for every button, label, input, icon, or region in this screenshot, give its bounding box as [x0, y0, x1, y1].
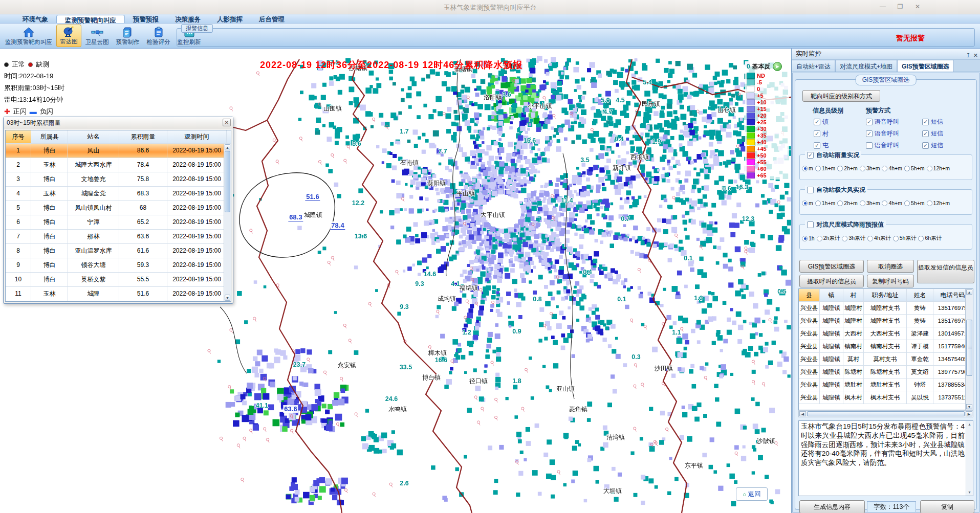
scroll-up-icon[interactable]: ▲: [967, 421, 972, 427]
tab-自动站+雷达[interactable]: 自动站+雷达: [792, 60, 835, 72]
radio-dot[interactable]: [927, 166, 932, 171]
menu-tab-决策服务[interactable]: 决策服务: [167, 14, 209, 23]
radio-option-1h+m[interactable]: 1h+m: [815, 200, 836, 206]
rain-table-close-icon[interactable]: ✕: [223, 119, 231, 126]
radar-map[interactable]: 2022-08-19 12时36分至2022-08-19 12时46分累积降水预…: [0, 49, 791, 513]
radio-dot[interactable]: [815, 200, 821, 206]
checkbox[interactable]: [814, 119, 820, 125]
radio-dot[interactable]: [904, 200, 910, 206]
rain-table-scrollbar[interactable]: ▲ ▼: [224, 144, 231, 301]
table-row[interactable]: 6博白宁潭65.22022-08-19 15:00: [6, 215, 231, 230]
tool-预警制作[interactable]: 预警制作: [113, 26, 143, 47]
column-header-姓名[interactable]: 姓名: [907, 289, 933, 301]
checkbox-sms[interactable]: 短信: [922, 141, 943, 150]
radio-option-3h累计[interactable]: 3h累计: [842, 235, 865, 242]
checkbox[interactable]: [922, 130, 929, 137]
scroll-down-icon[interactable]: ▼: [967, 489, 972, 495]
contact-row[interactable]: 兴业县城隍镇城隍村城隍村支书黄铸135176975: [799, 315, 973, 327]
checkbox[interactable]: [866, 142, 873, 149]
table-row[interactable]: 11玉林城隍51.62022-08-19 15:00: [6, 287, 231, 301]
level-method-button[interactable]: 靶向叫应的级别和方式: [802, 90, 880, 102]
tool-检验评分[interactable]: 检验评分: [144, 26, 173, 47]
section-checkbox[interactable]: [807, 187, 814, 193]
radio-dot[interactable]: [860, 166, 865, 171]
contact-row[interactable]: 兴业县城隍镇莫村莫村支书覃金乾134575405: [799, 353, 973, 366]
contact-table-header[interactable]: 县镇村职务/地址姓名电话号码: [799, 289, 973, 302]
maximize-button[interactable]: ❐: [894, 2, 907, 11]
radio-option-3h+m[interactable]: 3h+m: [860, 200, 880, 206]
radio-dot[interactable]: [893, 236, 899, 241]
checkbox-sms[interactable]: 短信: [922, 118, 943, 126]
contact-row[interactable]: 兴业县城隍镇枫木村枫木村支书吴以悦137375511: [799, 391, 973, 404]
radio-option-1h[interactable]: 1h: [802, 235, 815, 241]
section-checkbox[interactable]: [807, 221, 814, 228]
menu-tab-预警预报[interactable]: 预警预报: [125, 14, 167, 23]
table-row[interactable]: 7博白那林63.62022-08-19 15:00: [6, 230, 231, 244]
radio-option-m[interactable]: m: [802, 200, 813, 206]
panel-close-icon[interactable]: ✕: [973, 50, 978, 61]
rain-table-titlebar[interactable]: 03时~15时累积雨量 ✕: [4, 117, 233, 128]
column-header-镇[interactable]: 镇: [820, 289, 843, 301]
column-header-所属县[interactable]: 所属县: [31, 130, 68, 143]
table-row[interactable]: 2玉林城隍大西水库78.42022-08-19 15:00: [6, 158, 231, 172]
radio-dot[interactable]: [860, 200, 865, 206]
checkbox-sms[interactable]: 短信: [922, 129, 943, 138]
minimize-button[interactable]: —: [876, 2, 889, 11]
radio-dot[interactable]: [802, 236, 808, 241]
pin-icon[interactable]: ꕯ: [967, 50, 970, 61]
column-header-站名[interactable]: 站名: [68, 130, 119, 143]
radio-option-3h+m[interactable]: 3h+m: [860, 165, 880, 171]
radio-option-2h+m[interactable]: 2h+m: [837, 165, 858, 171]
checkbox[interactable]: [814, 142, 820, 149]
scroll-right-icon[interactable]: ▶: [966, 411, 972, 416]
tool-监测预警靶向叫应[interactable]: 监测预警靶向叫应: [2, 26, 55, 47]
column-header-村[interactable]: 村: [843, 289, 864, 301]
table-row[interactable]: 1博白凤山86.62022-08-19 15:00: [6, 144, 231, 158]
radio-dot[interactable]: [817, 236, 822, 241]
radio-dot[interactable]: [815, 166, 821, 171]
copy-number-button[interactable]: 复制呼叫号码: [867, 275, 914, 287]
checkbox[interactable]: [866, 119, 873, 125]
table-row[interactable]: 3博白文地姜充75.82022-08-19 15:00: [6, 172, 231, 187]
checkbox-voice-call[interactable]: 语音呼叫: [866, 118, 899, 126]
checkbox-level-屯[interactable]: 屯: [814, 141, 829, 150]
radio-option-4h+m[interactable]: 4h+m: [882, 200, 902, 206]
radio-option-4h+m[interactable]: 4h+m: [882, 165, 902, 171]
checkbox-level-镇[interactable]: 镇: [814, 118, 829, 126]
map-home-icon[interactable]: ⌂: [743, 491, 746, 497]
table-row[interactable]: 9博白顿谷大塘59.32022-08-19 15:00: [6, 258, 231, 273]
tool-雷达图[interactable]: 雷达图: [56, 25, 81, 47]
radio-dot[interactable]: [867, 236, 873, 241]
contact-row[interactable]: 兴业县城隍镇镇南村镇南村支书谭于模151775946: [799, 340, 973, 353]
radio-option-1h+m[interactable]: 1h+m: [815, 165, 836, 171]
radio-dot[interactable]: [802, 166, 808, 171]
radio-dot[interactable]: [882, 200, 887, 206]
cancel-select-button[interactable]: 取消圈选: [867, 260, 914, 273]
radio-dot[interactable]: [918, 236, 924, 241]
menu-tab-环境气象[interactable]: 环境气象: [14, 14, 56, 23]
radio-dot[interactable]: [837, 166, 843, 171]
contact-scrollbar[interactable]: ▲ ▼: [965, 289, 973, 410]
radio-dot[interactable]: [882, 166, 887, 171]
message-scrollbar[interactable]: ▲ ▼: [966, 421, 973, 496]
table-row[interactable]: 10博白英桥文黎55.52022-08-19 15:00: [6, 273, 231, 287]
radio-option-2h+m[interactable]: 2h+m: [837, 200, 858, 206]
contact-hscrollbar[interactable]: ◀ ▶: [798, 410, 973, 417]
rain-table-window[interactable]: 03时~15时累积雨量 ✕ 序号所属县站名累积雨量观测时间 1博白凤山86.62…: [3, 117, 233, 304]
rain-table-header[interactable]: 序号所属县站名累积雨量观测时间: [6, 130, 231, 144]
column-header-累积雨量[interactable]: 累积雨量: [119, 130, 167, 143]
column-header-序号[interactable]: 序号: [6, 130, 31, 143]
extract-call-button[interactable]: 提取呼叫的信息员: [799, 275, 864, 287]
table-row[interactable]: 8博白亚山温罗水库61.62022-08-19 15:00: [6, 244, 231, 258]
map-back-button[interactable]: 返回: [748, 490, 761, 499]
checkbox-voice-call[interactable]: 语音呼叫: [866, 141, 899, 150]
radio-option-5h+m[interactable]: 5h+m: [904, 200, 925, 206]
radio-option-5h+m[interactable]: 5h+m: [904, 165, 925, 171]
checkbox[interactable]: [922, 142, 929, 149]
menu-tab-人影指挥[interactable]: 人影指挥: [209, 14, 251, 23]
table-row[interactable]: 5博白凤山镇凤山村682022-08-19 15:00: [6, 201, 231, 215]
column-header-县[interactable]: 县: [799, 289, 820, 301]
radio-option-2h累计[interactable]: 2h累计: [817, 235, 840, 242]
radio-option-12h+m[interactable]: 12h+m: [927, 200, 950, 206]
copy-message-button[interactable]: 复制: [920, 500, 974, 513]
